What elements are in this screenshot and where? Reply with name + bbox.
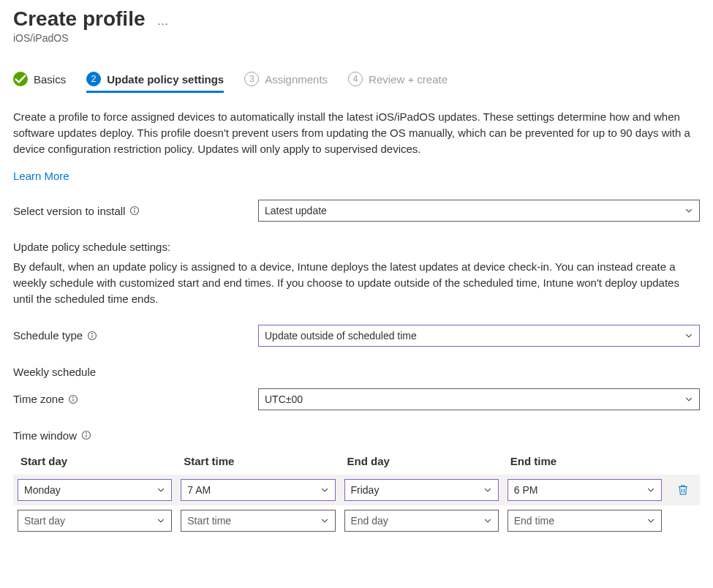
schedule-settings-desc: By default, when an update policy is ass…	[13, 259, 693, 306]
start-time-dropdown[interactable]: 7 AM	[181, 479, 335, 501]
svg-point-11	[86, 433, 87, 434]
select-version-label: Select version to install	[13, 205, 258, 217]
chevron-down-icon	[483, 486, 492, 494]
schedule-type-label: Schedule type	[13, 329, 258, 342]
tab-update-policy-label: Update policy settings	[107, 73, 224, 86]
schedule-type-dropdown[interactable]: Update outside of scheduled time	[258, 325, 700, 347]
time-window-table: Start day Start time End day End time Mo…	[13, 455, 700, 536]
weekly-schedule-heading: Weekly schedule	[13, 366, 700, 378]
timezone-dropdown[interactable]: UTC±00	[258, 388, 700, 410]
svg-point-2	[135, 208, 135, 209]
svg-point-8	[73, 396, 74, 397]
tab-review-label: Review + create	[369, 73, 448, 86]
col-start-time: Start time	[181, 455, 335, 467]
tab-review-create[interactable]: 4 Review + create	[348, 72, 448, 93]
schedule-settings-heading: Update policy schedule settings:	[13, 241, 700, 253]
schedule-type-value: Update outside of scheduled time	[265, 330, 417, 342]
intro-text: Create a profile to force assigned devic…	[13, 109, 693, 157]
tab-assignments[interactable]: 3 Assignments	[244, 72, 328, 93]
info-icon[interactable]	[87, 331, 97, 341]
select-version-value: Latest update	[265, 205, 327, 216]
time-window-header: Start day Start time End day End time	[13, 455, 700, 475]
timezone-label: Time zone	[13, 393, 258, 405]
chevron-down-icon	[156, 516, 165, 525]
info-icon[interactable]	[81, 430, 91, 440]
select-version-dropdown[interactable]: Latest update	[258, 200, 700, 222]
time-window-label: Time window	[13, 429, 700, 442]
col-start-day: Start day	[18, 455, 172, 467]
step-number-4: 4	[348, 72, 363, 86]
chevron-down-icon	[646, 516, 655, 525]
chevron-down-icon	[483, 516, 492, 525]
step-number-2: 2	[86, 72, 101, 86]
tab-basics-label: Basics	[34, 73, 66, 86]
end-time-dropdown[interactable]: 6 PM	[508, 479, 662, 501]
tab-assignments-label: Assignments	[265, 73, 328, 86]
learn-more-link[interactable]: Learn More	[13, 170, 69, 182]
end-day-dropdown[interactable]: End day	[344, 510, 499, 532]
tab-update-policy-settings[interactable]: 2 Update policy settings	[86, 72, 224, 93]
end-time-dropdown[interactable]: End time	[508, 510, 662, 532]
time-window-row: Start day Start time End day End time	[13, 505, 700, 536]
col-end-time: End time	[508, 455, 662, 467]
timezone-value: UTC±00	[265, 393, 303, 405]
start-day-dropdown[interactable]: Monday	[18, 479, 172, 501]
chevron-down-icon	[646, 486, 655, 494]
svg-point-5	[92, 333, 93, 333]
end-day-dropdown[interactable]: Friday	[344, 479, 499, 501]
chevron-down-icon	[320, 486, 329, 494]
chevron-down-icon	[320, 516, 329, 525]
chevron-down-icon	[684, 206, 693, 215]
chevron-down-icon	[156, 486, 165, 494]
step-number-3: 3	[244, 72, 259, 86]
page-title: Create profile	[13, 7, 146, 31]
info-icon[interactable]	[129, 206, 140, 216]
tab-basics[interactable]: Basics	[13, 72, 66, 93]
more-actions-button[interactable]: …	[157, 10, 169, 28]
check-icon	[13, 72, 28, 86]
col-end-day: End day	[344, 455, 499, 467]
chevron-down-icon	[684, 395, 693, 404]
start-day-dropdown[interactable]: Start day	[18, 510, 172, 532]
time-window-row: Monday 7 AM Friday 6 PM	[13, 475, 700, 505]
start-time-dropdown[interactable]: Start time	[181, 510, 335, 532]
chevron-down-icon	[684, 331, 693, 340]
info-icon[interactable]	[68, 394, 78, 404]
wizard-tabs: Basics 2 Update policy settings 3 Assign…	[13, 72, 700, 93]
page-subtitle: iOS/iPadOS	[13, 32, 700, 44]
delete-row-button[interactable]	[671, 483, 695, 497]
